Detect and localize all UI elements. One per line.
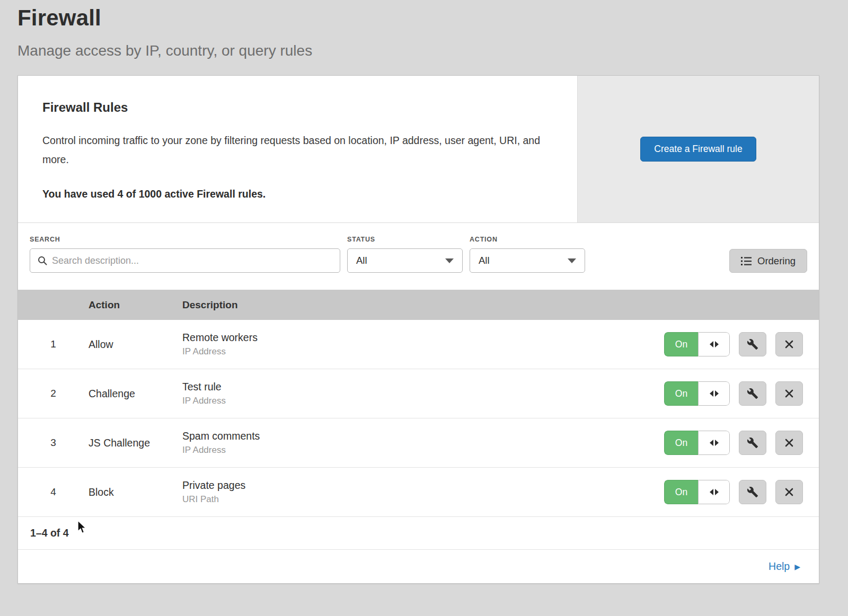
rule-description: Test rule <box>182 381 664 393</box>
create-firewall-rule-button[interactable]: Create a Firewall rule <box>640 137 756 162</box>
search-filter-group: SEARCH <box>30 236 340 273</box>
toggle-arrows-icon <box>698 381 730 406</box>
rule-priority: 2 <box>18 388 89 399</box>
rule-description: Remote workers <box>182 332 664 344</box>
wrench-icon <box>747 437 758 449</box>
rule-priority: 1 <box>18 338 89 350</box>
rules-usage-text: You have used 4 of 1000 active Firewall … <box>42 188 552 200</box>
card-action-panel: Create a Firewall rule <box>577 76 819 222</box>
rule-enabled-toggle[interactable]: On <box>664 332 730 356</box>
rule-description-cell: Private pages URI Path <box>182 479 664 505</box>
action-select[interactable]: All <box>470 248 585 273</box>
status-label: STATUS <box>347 236 463 243</box>
rule-controls: On <box>664 332 819 356</box>
rule-match-type: IP Address <box>182 346 664 357</box>
toggle-on-label: On <box>664 480 698 504</box>
rule-enabled-toggle[interactable]: On <box>664 381 730 406</box>
rule-enabled-toggle[interactable]: On <box>664 431 730 455</box>
rule-description-cell: Remote workers IP Address <box>182 332 664 357</box>
chevron-down-icon <box>445 258 454 263</box>
rule-action: Challenge <box>89 388 182 400</box>
pagination-summary: 1–4 of 4 <box>30 527 69 539</box>
status-select[interactable]: All <box>347 248 463 273</box>
action-filter-group: ACTION All <box>470 236 585 273</box>
toggle-arrows-icon <box>698 480 730 504</box>
description-column-header: Description <box>182 299 819 311</box>
filter-bar: SEARCH STATUS All ACTION All <box>18 223 819 290</box>
edit-rule-button[interactable] <box>739 332 766 356</box>
toggle-arrows-icon <box>698 431 730 455</box>
help-link-label: Help <box>768 560 790 573</box>
toggle-on-label: On <box>664 332 698 356</box>
close-icon <box>784 339 794 350</box>
wrench-icon <box>747 388 758 399</box>
rule-description-cell: Spam comments IP Address <box>182 430 664 456</box>
action-label: ACTION <box>470 236 585 243</box>
rule-match-type: IP Address <box>182 445 664 456</box>
search-icon <box>38 256 47 265</box>
rule-priority: 3 <box>18 437 89 449</box>
wrench-icon <box>747 486 758 498</box>
page-header: Firewall Manage access by IP, country, o… <box>0 0 848 59</box>
table-row: 1 Allow Remote workers IP Address On <box>18 320 819 369</box>
chevron-down-icon <box>568 258 576 263</box>
rule-action: JS Challenge <box>89 437 182 449</box>
card-intro: Firewall Rules Control incoming traffic … <box>18 76 577 222</box>
table-row: 4 Block Private pages URI Path On <box>18 468 819 517</box>
toggle-on-label: On <box>664 381 698 406</box>
card-top-section: Firewall Rules Control incoming traffic … <box>18 76 819 223</box>
rule-match-type: IP Address <box>182 396 664 406</box>
search-input[interactable] <box>52 255 340 266</box>
rule-action: Block <box>89 486 182 498</box>
edit-rule-button[interactable] <box>739 480 766 504</box>
ordered-list-icon <box>741 256 752 266</box>
page-subtitle: Manage access by IP, country, or query r… <box>17 42 848 59</box>
rule-controls: On <box>664 381 819 406</box>
edit-rule-button[interactable] <box>739 431 766 455</box>
wrench-icon <box>747 338 758 350</box>
card-description: Control incoming traffic to your zone by… <box>42 131 546 169</box>
table-row: 2 Challenge Test rule IP Address On <box>18 369 819 418</box>
delete-rule-button[interactable] <box>775 332 803 356</box>
pagination-row: 1–4 of 4 <box>18 517 819 550</box>
search-box[interactable] <box>30 248 340 273</box>
delete-rule-button[interactable] <box>775 480 803 504</box>
rule-description: Private pages <box>182 479 664 492</box>
rule-description-cell: Test rule IP Address <box>182 381 664 406</box>
help-row: Help ▶ <box>18 550 819 583</box>
ordering-button-label: Ordering <box>757 255 796 267</box>
table-header: Action Description <box>18 290 819 320</box>
rule-controls: On <box>664 431 819 455</box>
close-icon <box>784 487 794 497</box>
toggle-on-label: On <box>664 431 698 455</box>
delete-rule-button[interactable] <box>775 381 803 406</box>
rule-match-type: URI Path <box>182 494 664 505</box>
status-selected-value: All <box>356 255 367 266</box>
close-icon <box>784 388 794 399</box>
action-column-header: Action <box>89 299 182 311</box>
rule-enabled-toggle[interactable]: On <box>664 480 730 504</box>
rule-controls: On <box>664 480 819 504</box>
ordering-button[interactable]: Ordering <box>729 249 807 273</box>
edit-rule-button[interactable] <box>739 381 766 406</box>
card-heading: Firewall Rules <box>42 100 552 115</box>
arrow-right-icon: ▶ <box>794 563 800 571</box>
action-selected-value: All <box>479 255 490 266</box>
rule-description: Spam comments <box>182 430 664 442</box>
toggle-arrows-icon <box>698 332 730 356</box>
close-icon <box>784 438 794 448</box>
help-link[interactable]: Help ▶ <box>768 560 800 573</box>
firewall-rules-card: Firewall Rules Control incoming traffic … <box>17 75 819 584</box>
table-row: 3 JS Challenge Spam comments IP Address … <box>18 418 819 468</box>
rule-priority: 4 <box>18 486 89 498</box>
search-label: SEARCH <box>30 236 340 243</box>
status-filter-group: STATUS All <box>347 236 463 273</box>
rule-action: Allow <box>89 338 182 351</box>
delete-rule-button[interactable] <box>775 431 803 455</box>
page-title: Firewall <box>17 5 848 31</box>
